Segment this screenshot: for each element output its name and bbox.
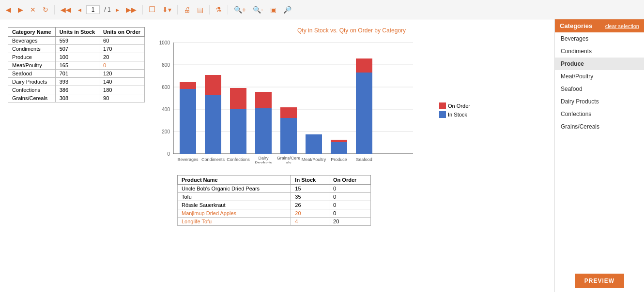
bar-seafood-stock [356,73,372,154]
product-name-cell: Manjimup Dried Apples [178,209,291,218]
cat-order-cell: 170 [99,45,145,53]
product-table-row: Uncle Bob's Organic Dried Pears 15 0 [178,185,371,193]
refresh-button[interactable]: ↻ [41,5,50,15]
back-button[interactable]: ◀ [4,5,13,15]
cat-stock-cell: 393 [55,78,99,86]
svg-text:400: 400 [162,107,170,112]
separator-2 [142,5,143,15]
category-table-row: Dairy Products 393 140 [8,78,145,86]
bar-condiments-stock [205,95,221,154]
bar-dairy-order [255,92,272,108]
cat-order-cell: 0 [99,61,145,70]
sidebar-item-seafood[interactable]: Seafood [555,83,644,95]
bar-meat-stock [306,134,322,154]
product-name-cell: Tofu [178,193,291,201]
cat-stock-cell: 100 [55,53,99,61]
search-button[interactable]: 🔎 [281,5,293,15]
preview-button[interactable]: PREVIEW [575,274,624,288]
category-table: Category Name Units in Stock Units on Or… [8,27,145,102]
bar-dairy-stock [255,108,272,154]
bar-grains-stock [280,118,297,154]
cat-name-cell: Meat/Poultry [8,61,56,70]
cat-order-cell: 180 [99,86,145,94]
view-button[interactable]: ☐ [147,4,157,15]
product-order-cell: 0 [329,193,371,201]
sidebar: Categories clear selection BeveragesCond… [554,19,644,292]
sidebar-item-dairy-products[interactable]: Dairy Products [555,95,644,108]
bar-confections-stock [230,109,246,154]
forward-button[interactable]: ▶ [16,5,25,15]
sidebar-item-meat-poultry[interactable]: Meat/Poultry [555,70,644,83]
svg-text:Dairy: Dairy [259,156,269,161]
top-section: Category Name Units in Stock Units on Or… [8,27,547,163]
last-page-button[interactable]: ▶▶ [124,5,138,15]
cat-order-cell: 90 [99,94,145,102]
export-button[interactable]: ⬇▾ [160,5,173,15]
cat-stock-cell: 701 [55,70,99,78]
separator-5 [228,5,228,15]
bar-seafood-order [356,58,372,73]
category-table-wrapper: Category Name Units in Stock Units on Or… [8,27,145,102]
category-table-row: Produce 100 20 [8,53,145,61]
legend-on-order: On Order [439,102,470,109]
cat-name-cell: Confections [8,86,56,94]
layout-button[interactable]: ▤ [195,5,205,15]
legend-in-stock-label: In Stock [448,112,467,117]
svg-text:Beverages: Beverages [178,157,199,162]
cat-name-cell: Grains/Cereals [8,94,56,102]
first-page-button[interactable]: ◀◀ [59,5,73,15]
chart-container: Qty in Stock vs. Qty on Order by Categor… [156,27,547,163]
clear-selection-button[interactable]: clear selection [605,23,639,29]
bar-produce-order [331,140,347,142]
sidebar-item-beverages[interactable]: Beverages [555,32,644,45]
product-order-cell: 0 [329,201,371,209]
sidebar-title: Categories [560,22,592,29]
sidebar-item-confections[interactable]: Confections [555,108,644,120]
bar-beverages-order [180,82,196,89]
sidebar-item-condiments[interactable]: Condiments [555,45,644,58]
sidebar-item-grains-cereals[interactable]: Grains/Cereals [555,120,644,133]
sidebar-item-produce[interactable]: Produce [555,58,644,70]
product-order-cell: 20 [329,218,371,226]
cat-name-cell: Beverages [8,37,56,45]
toolbar: ◀ ▶ ✕ ↻ ◀◀ ◂ / 1 ▸ ▶▶ ☐ ⬇▾ 🖨 ▤ ⚗ 🔍+ 🔍- ▣… [0,0,644,19]
product-col-on-order: On Order [329,175,371,185]
bar-beverages-stock [180,89,196,154]
next-page-button[interactable]: ▸ [114,5,121,15]
svg-text:Seafood: Seafood [356,157,372,162]
category-table-row: Meat/Poultry 165 0 [8,61,145,70]
col-header-in-stock: Units in Stock [55,28,99,37]
product-col-in-stock: In Stock [291,175,329,185]
chart-svg-wrapper: 1000 800 600 400 200 0 [156,38,547,163]
print-button[interactable]: 🖨 [182,5,192,15]
chart-legend: On Order In Stock [439,102,470,118]
cat-stock-cell: 386 [55,86,99,94]
page-input[interactable] [86,5,100,14]
svg-text:800: 800 [162,62,170,68]
col-header-category: Category Name [8,28,56,37]
fit-button[interactable]: ▣ [268,5,278,15]
product-table: Product Name In Stock On Order Uncle Bob… [177,175,371,226]
product-name-cell: Uncle Bob's Organic Dried Pears [178,185,291,193]
col-header-on-order: Units on Order [99,28,145,37]
product-stock-cell: 4 [291,218,329,226]
cat-stock-cell: 165 [55,61,99,70]
cat-name-cell: Dairy Products [8,78,56,86]
separator-4 [209,5,210,15]
zoom-in-button[interactable]: 🔍+ [232,5,248,15]
legend-in-stock-box [439,111,446,118]
zoom-out-button[interactable]: 🔍- [251,5,265,15]
cat-order-cell: 140 [99,78,145,86]
cat-order-cell: 20 [99,53,145,61]
close-button[interactable]: ✕ [28,5,38,15]
svg-text:200: 200 [162,129,170,134]
prev-page-button[interactable]: ◂ [76,5,83,15]
legend-in-stock: In Stock [439,111,470,118]
product-stock-cell: 26 [291,201,329,209]
svg-text:600: 600 [162,85,170,90]
filter-button[interactable]: ⚗ [214,5,224,15]
svg-text:0: 0 [168,151,170,157]
svg-text:Products: Products [255,161,272,163]
separator-3 [177,5,178,15]
category-table-row: Condiments 507 170 [8,45,145,53]
